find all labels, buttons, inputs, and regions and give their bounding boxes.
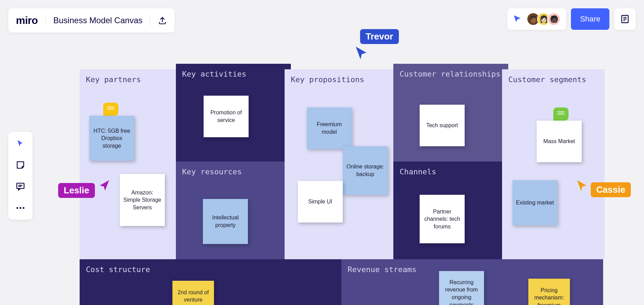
sticky-note[interactable]: Promotion of service — [204, 96, 249, 137]
cursor-name: Leslie — [58, 183, 95, 198]
section-title: Key partners — [86, 75, 176, 85]
sticky-note[interactable]: Freemium model — [307, 107, 352, 149]
sticky-note[interactable]: HTC: 5GB free Dropbox storage — [89, 116, 134, 161]
sticky-note[interactable]: Simple UI — [298, 181, 343, 223]
svg-point-10 — [23, 207, 25, 209]
comment-icon[interactable] — [553, 107, 569, 121]
cursor-name: Trevor — [360, 29, 399, 44]
top-bar: miro Business Model Canvas — [8, 8, 175, 33]
section-customer-relationships[interactable]: Customer relationships Tech support — [393, 64, 508, 162]
section-title: Key resources — [182, 167, 285, 177]
board-title[interactable]: Business Model Canvas — [53, 16, 142, 25]
sticky-note[interactable]: Intellectual property — [203, 199, 248, 244]
comment-icon[interactable] — [103, 103, 118, 116]
share-button[interactable]: Share — [571, 8, 609, 30]
section-key-resources[interactable]: Key resources Intellectual property — [176, 162, 291, 259]
section-customer-segments[interactable]: Customer segments Mass Market Existing m… — [502, 69, 605, 259]
comment-tool-icon[interactable] — [14, 180, 27, 193]
sticky-note[interactable]: Online storage: backup — [343, 146, 388, 195]
top-right: 🧑🏾 👩🏻 🧑🏿 Share — [507, 8, 636, 30]
notes-button[interactable] — [614, 8, 636, 30]
collaborator-cursor-trevor: Trevor — [360, 29, 399, 61]
canvas-board[interactable]: Key partners HTC: 5GB free Dropbox stora… — [80, 69, 606, 305]
app-logo: miro — [16, 15, 38, 26]
section-relationships-channels: Customer relationships Tech support Chan… — [400, 69, 502, 259]
svg-point-8 — [17, 207, 18, 209]
sticky-note[interactable]: Pricing mechanism: freemium — [528, 279, 570, 305]
cursor-name: Cassie — [591, 182, 631, 197]
svg-rect-5 — [17, 183, 24, 189]
section-title: Customer segments — [508, 75, 598, 85]
sticky-tool-icon[interactable] — [14, 158, 27, 172]
sticky-note[interactable]: Partner channels: tech forums — [420, 195, 465, 243]
more-tools-icon[interactable] — [14, 201, 27, 215]
section-activities-resources: Key activities Promotion of service Key … — [182, 69, 285, 259]
collaborator-cursor-leslie: Leslie — [58, 183, 111, 198]
left-toolbar — [8, 132, 33, 220]
divider — [150, 14, 150, 27]
presence-panel: 🧑🏾 👩🏻 🧑🏿 — [507, 8, 566, 30]
section-title: Channels — [400, 167, 502, 177]
sticky-note[interactable]: Mass Market — [537, 121, 582, 162]
section-title: Customer relationships — [400, 69, 502, 79]
section-title: Key propositions — [291, 75, 393, 85]
section-revenue-streams[interactable]: Revenue streams Recurring revenue from o… — [341, 259, 603, 305]
cursor-mode-icon[interactable] — [513, 15, 522, 24]
sticky-note[interactable]: Tech support — [420, 105, 465, 146]
sticky-note[interactable]: 2nd round of venture capital was — [172, 281, 214, 305]
section-key-partners[interactable]: Key partners HTC: 5GB free Dropbox stora… — [80, 69, 182, 259]
select-tool-icon[interactable] — [14, 137, 27, 150]
collaborator-cursor-cassie: Cassie — [575, 182, 631, 197]
section-cost-structure[interactable]: Cost structure 2nd round of venture capi… — [80, 259, 341, 305]
sticky-note[interactable]: Amazon: Simple Storage Servers — [120, 174, 165, 226]
divider — [45, 14, 46, 27]
svg-point-9 — [20, 207, 21, 209]
section-channels[interactable]: Channels Partner channels: tech forums — [393, 162, 508, 259]
sticky-note[interactable]: Recurring revenue from ongoing payments — [439, 271, 484, 305]
collaborator-avatars[interactable]: 🧑🏾 👩🏻 🧑🏿 — [527, 12, 561, 26]
section-key-activities[interactable]: Key activities Promotion of service — [176, 64, 291, 162]
section-title: Cost structure — [86, 265, 335, 275]
export-icon[interactable] — [158, 16, 167, 25]
sticky-note[interactable]: Existing market — [512, 180, 557, 225]
section-key-propositions[interactable]: Key propositions Freemium model Online s… — [285, 69, 400, 259]
avatar[interactable]: 🧑🏿 — [547, 12, 561, 26]
section-title: Key activities — [182, 69, 285, 79]
